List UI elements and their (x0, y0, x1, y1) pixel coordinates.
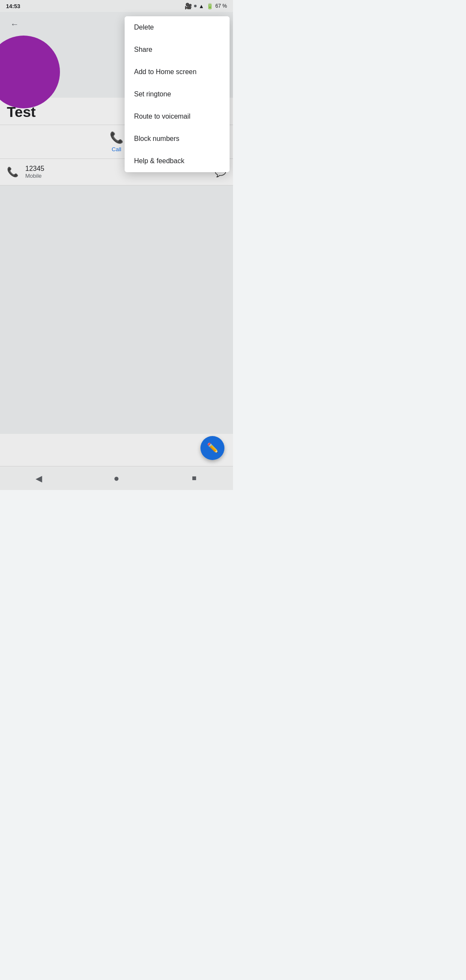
menu-item-delete[interactable]: Delete (125, 16, 230, 39)
menu-item-block-numbers[interactable]: Block numbers (125, 128, 230, 150)
menu-item-help-feedback[interactable]: Help & feedback (125, 150, 230, 172)
menu-item-set-ringtone[interactable]: Set ringtone (125, 83, 230, 105)
dropdown-menu: Delete Share Add to Home screen Set ring… (125, 16, 230, 172)
menu-item-add-to-home[interactable]: Add to Home screen (125, 61, 230, 83)
menu-item-share[interactable]: Share (125, 39, 230, 61)
menu-item-route-to-voicemail[interactable]: Route to voicemail (125, 105, 230, 128)
